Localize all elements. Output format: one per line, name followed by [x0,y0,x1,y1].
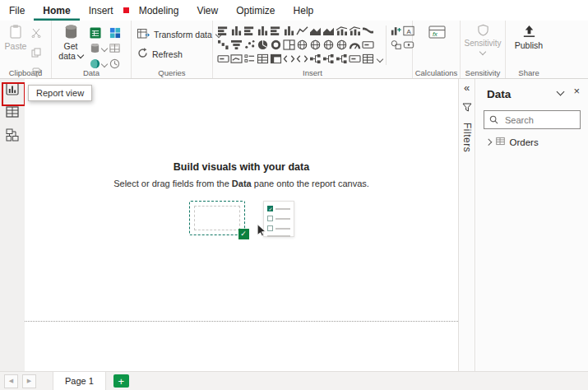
clipboard-group-label: Clipboard [0,68,51,77]
transform-data-button[interactable]: Transform data [137,28,221,41]
100-stacked-bar-chart-icon[interactable] [270,26,282,36]
stacked-area-chart-icon[interactable] [322,26,335,36]
drop-zone-illustration [189,201,245,235]
table-field-icon [496,137,505,147]
menu-optimize[interactable]: Optimize [227,0,284,21]
visual-gallery [216,24,374,66]
stacked-bar-chart-icon[interactable] [217,26,229,36]
matrix-icon[interactable] [270,53,282,64]
model-view-button[interactable] [0,125,25,148]
report-canvas[interactable]: Build visuals with your data Select or d… [25,79,458,372]
next-page-button[interactable] [22,374,36,388]
scatter-chart-icon[interactable] [243,39,256,50]
menu-insert[interactable]: Insert [80,0,123,21]
paste-button[interactable]: Paste [3,24,28,51]
model-view-icon [6,128,19,145]
collapse-data-pane-icon[interactable] [557,87,565,95]
line-and-clustered-column-chart-icon[interactable] [349,26,361,36]
area-chart-icon[interactable] [309,26,322,36]
azure-map-icon[interactable] [336,39,348,50]
filter-funnel-icon[interactable] [462,100,472,115]
smart-narrative-icon[interactable] [349,53,361,64]
python-visual-icon[interactable] [296,53,308,64]
table-icon[interactable] [257,53,269,64]
field-item-orders[interactable]: Orders [476,129,588,147]
key-influencers-icon[interactable] [309,53,322,64]
calculations-icon: fx [428,32,446,42]
new-visual-icon[interactable] [391,25,402,39]
pie-chart-icon[interactable] [257,39,269,50]
line-chart-icon[interactable] [296,26,308,36]
100-stacked-column-chart-icon[interactable] [283,26,295,36]
refresh-icon [137,48,148,60]
chevron-right-icon [485,139,492,146]
stacked-column-chart-icon[interactable] [230,26,243,36]
publish-button[interactable]: Publish [512,24,545,50]
menu-view[interactable]: View [188,0,227,21]
ribbon-group-share: Publish Share [506,21,552,78]
multi-row-card-icon[interactable] [217,53,229,64]
page-navigation-bar: Page 1 [0,371,588,390]
database-icon [63,31,79,41]
field-item-label: Orders [510,137,539,147]
shapes-icon[interactable] [391,39,402,53]
menu-file[interactable]: File [0,0,34,21]
previous-page-button[interactable] [4,374,18,388]
shape-map-icon[interactable] [322,39,335,50]
sensitivity-group-label: Sensitivity [461,68,505,77]
view-rail [0,79,25,372]
clustered-column-chart-icon[interactable] [257,26,269,36]
data-search-box[interactable] [484,110,581,129]
canvas-subtitle: Select or drag fields from the Data pane… [25,179,458,188]
slicer-icon[interactable] [243,53,256,64]
publish-icon [521,30,537,40]
menu-help[interactable]: Help [285,0,323,21]
page-boundary [25,321,458,322]
treemap-icon[interactable] [283,39,295,50]
card-icon[interactable] [362,39,374,50]
menu-home[interactable]: Home [34,0,79,21]
expand-filters-icon[interactable] [464,83,470,93]
qa-visual-icon[interactable] [336,53,348,64]
ribbon-chart-icon[interactable] [362,26,374,36]
report-view-button[interactable] [0,79,25,102]
sensitivity-button[interactable]: Sensitivity [462,24,503,58]
ribbon-group-queries: Transform data Refresh Queries [132,21,213,78]
paginated-report-icon[interactable] [362,53,374,64]
onelake-data-hub-icon[interactable] [109,27,121,39]
funnel-chart-icon[interactable] [230,39,243,50]
chevron-down-icon [101,60,108,67]
copy-icon[interactable] [31,46,41,61]
excel-workbook-icon[interactable] [90,27,101,39]
data-group-label: Data [52,68,131,77]
add-page-button[interactable] [113,374,129,388]
waterfall-chart-icon[interactable] [217,39,229,50]
divider [386,26,387,65]
filters-pane-label[interactable]: Filters [461,123,473,152]
chevron-down-icon [479,49,486,55]
donut-chart-icon[interactable] [270,39,282,50]
menu-modeling[interactable]: Modeling [130,0,188,21]
r-script-visual-icon[interactable] [283,53,295,64]
ribbon-group-sensitivity: Sensitivity Sensitivity [461,21,506,78]
sensitivity-label: Sensitivity [464,39,501,48]
get-data-button[interactable]: Get data [56,24,86,61]
table-view-button[interactable] [0,102,25,125]
filled-map-icon[interactable] [309,39,322,50]
enter-data-icon[interactable] [109,43,120,53]
gallery-more-button[interactable] [375,53,384,65]
calculations-button[interactable]: fx [427,24,447,42]
paste-icon [9,31,22,41]
cut-icon[interactable] [31,26,41,41]
decomposition-tree-icon[interactable] [322,53,335,64]
refresh-button[interactable]: Refresh [137,48,183,60]
close-data-pane-icon[interactable] [573,87,580,95]
gauge-icon[interactable] [349,39,361,50]
map-icon[interactable] [296,39,308,50]
kpi-icon[interactable] [230,53,243,64]
clustered-bar-chart-icon[interactable] [243,26,256,36]
search-input[interactable] [503,114,575,126]
line-and-stacked-column-chart-icon[interactable] [336,26,348,36]
page-tab[interactable]: Page 1 [53,372,106,390]
sql-server-icon[interactable] [90,43,107,53]
